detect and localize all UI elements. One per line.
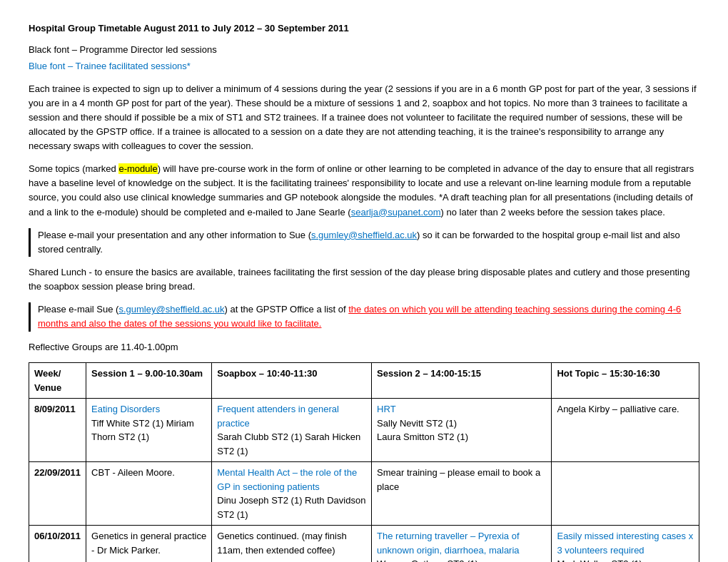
cell-session1: CBT - Aileen Moore. [86,462,212,526]
cell-session1: Genetics in general practice - Dr Mick P… [86,526,212,562]
cell-week: 22/09/2011 [29,462,86,526]
col-header-week: Week/Venue [29,363,86,399]
table-row: 8/09/2011Eating DisordersTiff White ST2 … [29,399,699,462]
cell-hottopic: Easily missed interesting cases x 3 volu… [552,526,699,562]
table-row: 06/10/2011Genetics in general practice -… [29,526,699,562]
page-title: Hospital Group Timetable August 2011 to … [29,21,699,36]
table-row: 22/09/2011CBT - Aileen Moore.Mental Heal… [29,462,699,526]
para2-highlight: e-module [118,163,157,174]
cell-session1: Eating DisordersTiff White ST2 (1) Miria… [86,399,212,462]
cell-soapbox: Mental Health Act – the role of the GP i… [212,462,372,526]
col-header-session2: Session 2 – 14:00-15:15 [372,363,552,399]
para-3: Please e-mail your presentation and any … [38,228,699,257]
para2-end: ) no later than 2 weeks before the sessi… [441,207,665,218]
para3-before: Please e-mail your presentation and any … [38,230,311,240]
para5-before: Please e-mail Sue ( [38,304,118,315]
para3-email[interactable]: s.gumley@sheffield.ac.uk [311,230,417,240]
para-3-block: Please e-mail your presentation and any … [29,228,699,257]
para5-after1: ) at the GPSTP Office a list of [225,304,349,315]
cell-week: 8/09/2011 [29,399,86,462]
cell-session2: HRTSally Nevitt ST2 (1)Laura Smitton ST2… [372,399,552,462]
legend-blue: Blue font – Trainee facilitated sessions… [29,59,699,73]
para-5-block: Please e-mail Sue (s.gumley@sheffield.ac… [29,302,699,331]
cell-soapbox: Frequent attenders in general practiceSa… [212,399,372,462]
para-4: Shared Lunch - to ensure the basics are … [29,265,699,294]
cell-hottopic [552,462,699,526]
para-5: Please e-mail Sue (s.gumley@sheffield.ac… [38,302,699,331]
reflective-groups: Reflective Groups are 11.40-1.00pm [29,340,699,354]
para5-email1[interactable]: s.gumley@sheffield.ac.uk [118,304,224,315]
cell-session2: The returning traveller – Pyrexia of unk… [372,526,552,562]
para5-underline: the dates on which you will be attending… [348,304,673,315]
para2-before: Some topics (marked [29,163,118,174]
cell-hottopic: Angela Kirby – palliative care. [552,399,699,462]
legend-black: Black font – Programme Director led sess… [29,43,699,57]
cell-week: 06/10/2011 [29,526,86,562]
col-header-soapbox: Soapbox – 10:40-11:30 [212,363,372,399]
para-2: Some topics (marked e-module) will have … [29,162,699,220]
col-header-hottopic: Hot Topic – 15:30-16:30 [552,363,699,399]
para2-email[interactable]: searlja@supanet.com [351,207,441,218]
col-header-session1: Session 1 – 9.00-10.30am [86,363,212,399]
cell-session2: Smear training – please email to book a … [372,462,552,526]
para-1: Each trainee is expected to sign up to d… [29,82,699,154]
timetable: Week/Venue Session 1 – 9.00-10.30am Soap… [29,362,699,562]
cell-soapbox: Genetics continued. (may finish 11am, th… [212,526,372,562]
